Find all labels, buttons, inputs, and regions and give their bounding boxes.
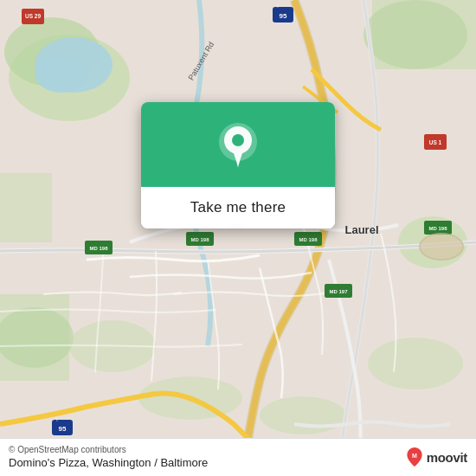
svg-text:I: I (277, 3, 278, 9)
svg-point-39 (420, 234, 463, 260)
place-name: Domino's Pizza, Washington / Baltimore (9, 456, 208, 469)
svg-point-12 (368, 338, 463, 389)
osm-attribution: © OpenStreetMap contributors (9, 445, 208, 454)
svg-text:M: M (412, 453, 417, 459)
bottom-bar: © OpenStreetMap contributors Domino's Pi… (0, 438, 476, 476)
svg-text:MD 198: MD 198 (428, 226, 447, 231)
svg-text:I: I (56, 417, 57, 422)
svg-text:US 1: US 1 (429, 139, 442, 145)
svg-text:95: 95 (280, 12, 287, 20)
svg-text:Laurel: Laurel (344, 223, 378, 236)
svg-point-14 (35, 55, 87, 93)
svg-point-4 (363, 0, 467, 69)
bottom-bar-info: © OpenStreetMap contributors Domino's Pi… (9, 445, 208, 469)
popup-card-header (141, 102, 335, 187)
location-pin-icon (215, 121, 261, 171)
map-background: 95 I 95 I US 29 US 1 US 1 MD 198 MD 198 … (0, 0, 476, 476)
moovit-pin-icon: M (405, 447, 424, 466)
moovit-text: moovit (427, 450, 467, 465)
svg-point-11 (260, 396, 346, 434)
svg-text:MD 198: MD 198 (89, 246, 108, 251)
svg-text:95: 95 (59, 425, 67, 433)
svg-text:MD 198: MD 198 (299, 237, 318, 242)
svg-text:MD 197: MD 197 (329, 289, 348, 294)
svg-rect-8 (0, 173, 52, 242)
svg-point-42 (232, 134, 244, 146)
moovit-logo: M moovit (405, 447, 467, 466)
popup-card: Take me there (141, 102, 335, 228)
svg-text:US 29: US 29 (25, 13, 41, 19)
map-container: 95 I 95 I US 29 US 1 US 1 MD 198 MD 198 … (0, 0, 476, 476)
take-me-there-button[interactable]: Take me there (141, 187, 335, 228)
svg-text:MD 198: MD 198 (190, 237, 209, 242)
